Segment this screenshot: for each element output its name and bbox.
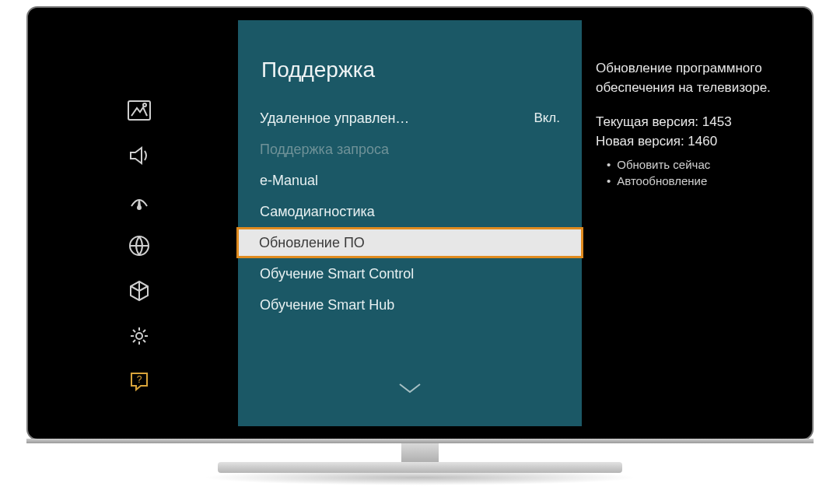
menu-item-label: Обучение Smart Hub	[260, 297, 394, 313]
menu-item-label: Удаленное управлен…	[260, 110, 409, 127]
tv-screen: ? Поддержка Удаленное управлен… Вкл. Под…	[26, 6, 814, 440]
network-icon[interactable]	[122, 229, 156, 263]
info-panel: Обновление программного обеспечения на т…	[582, 20, 800, 426]
tv-stand	[26, 439, 814, 493]
menu-item-e-manual[interactable]: e-Manual	[238, 165, 582, 196]
menu-item-label: e-Manual	[260, 173, 318, 189]
svg-point-4	[136, 333, 142, 339]
menu-title: Поддержка	[238, 37, 582, 103]
settings-icon[interactable]	[122, 319, 156, 353]
menu-item-request-support: Поддержка запроса	[238, 134, 582, 165]
menu-item-label: Поддержка запроса	[260, 142, 389, 158]
info-bullets: Обновить сейчас Автообновление	[596, 156, 781, 191]
menu-item-smart-control-tutorial[interactable]: Обучение Smart Control	[238, 258, 582, 289]
settings-sidebar: ?	[40, 20, 238, 426]
menu-item-label: Обучение Smart Control	[260, 266, 414, 282]
menu-item-smart-hub-tutorial[interactable]: Обучение Smart Hub	[238, 289, 582, 320]
menu-panel: Поддержка Удаленное управлен… Вкл. Подде…	[238, 20, 582, 426]
chevron-down-icon[interactable]	[397, 381, 423, 398]
tv-stand-base	[218, 462, 622, 473]
info-description: Обновление программного обеспечения на т…	[596, 59, 781, 97]
info-bullet-auto-update: Автообновление	[607, 173, 781, 190]
tv-frame: ? Поддержка Удаленное управлен… Вкл. Под…	[26, 6, 814, 493]
broadcast-icon[interactable]	[122, 184, 156, 218]
menu-item-label: Обновление ПО	[259, 235, 365, 251]
picture-icon[interactable]	[122, 93, 156, 128]
svg-point-1	[143, 103, 146, 107]
support-icon[interactable]: ?	[122, 364, 156, 398]
sound-icon[interactable]	[122, 138, 156, 173]
menu-item-label: Самодиагностика	[260, 204, 375, 220]
info-current-version: Текущая версия: 1453	[596, 113, 781, 132]
menu-item-value: Вкл.	[534, 110, 560, 126]
menu-item-software-update[interactable]: Обновление ПО	[236, 227, 583, 258]
menu-items: Удаленное управлен… Вкл. Поддержка запро…	[238, 103, 582, 320]
menu-item-self-diagnosis[interactable]: Самодиагностика	[238, 196, 582, 227]
menu-item-remote-management[interactable]: Удаленное управлен… Вкл.	[238, 103, 582, 134]
system-icon[interactable]	[122, 274, 156, 308]
info-new-version: Новая версия: 1460	[596, 132, 781, 152]
svg-point-2	[138, 206, 141, 209]
settings-app: ? Поддержка Удаленное управлен… Вкл. Под…	[40, 20, 800, 426]
svg-text:?: ?	[137, 374, 142, 385]
info-bullet-update-now: Обновить сейчас	[607, 156, 781, 173]
